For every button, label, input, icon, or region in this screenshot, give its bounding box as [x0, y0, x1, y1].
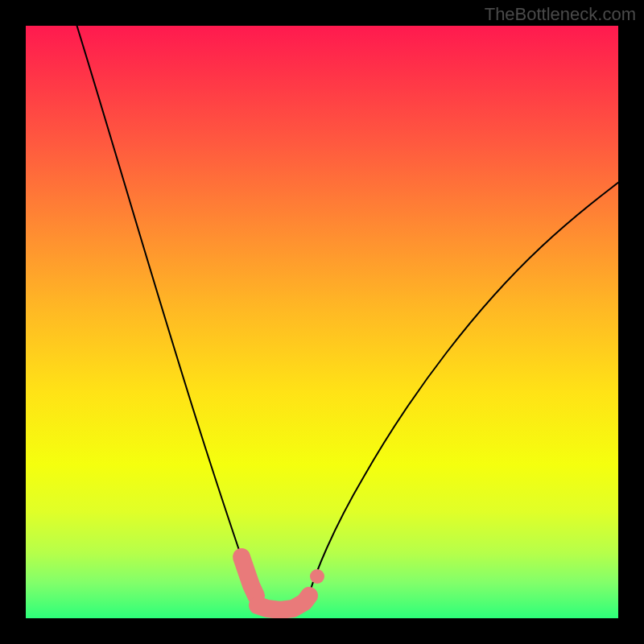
right-curve: [309, 179, 618, 594]
plot-area: [26, 26, 618, 618]
valley-markers-bottom: [258, 596, 309, 610]
curve-layer: [26, 26, 618, 618]
valley-markers-left: [242, 557, 256, 596]
marker-dot: [310, 569, 324, 584]
chart-frame: TheBottleneck.com: [0, 0, 644, 644]
watermark-text: TheBottleneck.com: [485, 4, 636, 25]
left-curve: [76, 26, 254, 594]
